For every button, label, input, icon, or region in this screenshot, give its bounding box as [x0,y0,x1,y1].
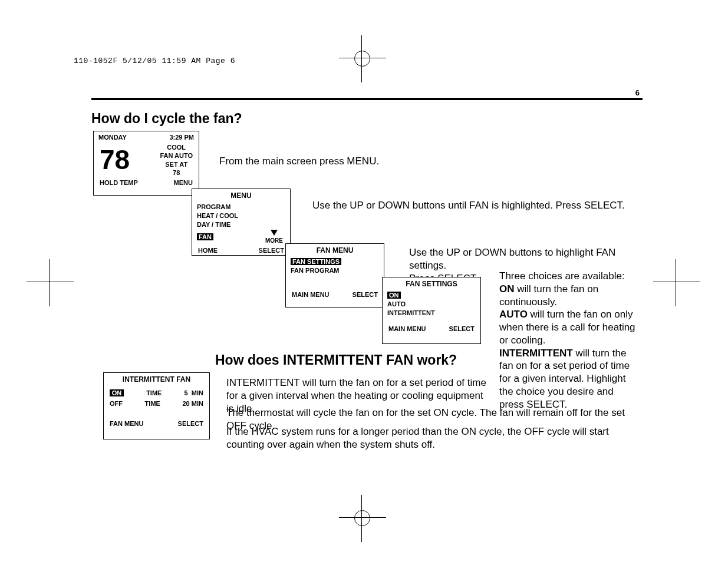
screen-fan-menu: FAN MENU FAN SETTINGS FAN PROGRAM MAIN M… [285,243,384,308]
select-button[interactable]: SELECT [353,291,378,298]
int-off-time-label: TIME [145,400,160,407]
main-menu-button[interactable]: MAIN MENU [388,325,426,332]
instruction-2: Use the UP or DOWN buttons until FAN is … [312,199,643,212]
register-mark-right [665,271,689,295]
register-mark-top [351,47,374,71]
setpoint: 78 [160,168,193,177]
fansetting-intermittent[interactable]: INTERMITTENT [383,308,480,317]
menu-item-program[interactable]: PROGRAM [192,202,290,211]
screen-main: MONDAY 3:29 PM 78 COOL FAN AUTO SET AT 7… [93,131,199,196]
instruction-1: From the main screen press MENU. [219,155,455,168]
fan-settings-explain: Three choices are available: ON will tur… [499,270,641,411]
fan-menu-title: FAN MENU [286,244,384,257]
menu-item-heatcool[interactable]: HEAT / COOL [192,211,290,220]
mode-label: COOL [160,143,193,151]
register-mark-left [38,271,62,295]
main-menu-button[interactable]: MAIN MENU [292,291,330,298]
int-off-value: 20 [183,400,190,407]
screen-intermittent-fan: INTERMITTENT FAN ON TIME 5 MIN OFF TIME … [103,372,210,439]
para-3: If the HVAC system runs for a longer per… [226,425,639,451]
fanmenu-item-settings[interactable]: FAN SETTINGS [291,258,341,265]
int-off-label[interactable]: OFF [110,400,123,407]
print-header: 110-1052F 5/12/05 11:59 AM Page 6 [74,57,235,65]
menu-title: MENU [192,189,290,202]
screen-menu: MENU PROGRAM HEAT / COOL DAY / TIME FAN … [192,189,291,256]
fan-mode-label: FAN AUTO [160,151,193,160]
current-temp: 78 [100,148,130,172]
down-arrow-icon[interactable] [271,230,278,236]
fanmenu-item-program[interactable]: FAN PROGRAM [286,266,384,275]
top-rule [91,98,643,100]
fansetting-on[interactable]: ON [387,292,401,299]
screen-fan-settings: FAN SETTINGS ON AUTO INTERMITTENT MAIN M… [382,277,481,344]
menu-button[interactable]: MENU [174,179,193,186]
more-label[interactable]: MORE [265,237,283,244]
select-button[interactable]: SELECT [259,247,284,254]
int-on-label[interactable]: ON [110,389,124,396]
heading-intermittent: How does INTERMITTENT FAN work? [215,352,457,368]
int-on-time-label: TIME [146,389,162,396]
int-on-value: 5 [185,389,188,396]
time-label: 3:29 PM [169,134,194,141]
menu-item-daytime[interactable]: DAY / TIME [192,220,290,229]
register-mark-bottom [351,507,374,530]
heading-cycle-fan: How do I cycle the fan? [91,111,242,127]
hold-temp-button[interactable]: HOLD TEMP [100,179,138,186]
fan-settings-title: FAN SETTINGS [383,277,480,290]
home-button[interactable]: HOME [198,247,218,254]
page-number: 6 [635,88,640,97]
day-label: MONDAY [98,134,127,141]
setat-label: SET AT [160,160,193,168]
fan-menu-button[interactable]: FAN MENU [110,420,143,427]
select-button[interactable]: SELECT [449,325,475,332]
intermittent-title: INTERMITTENT FAN [104,373,209,386]
select-button[interactable]: SELECT [178,420,203,427]
fansetting-auto[interactable]: AUTO [383,299,480,308]
menu-item-fan[interactable]: FAN [197,233,213,240]
